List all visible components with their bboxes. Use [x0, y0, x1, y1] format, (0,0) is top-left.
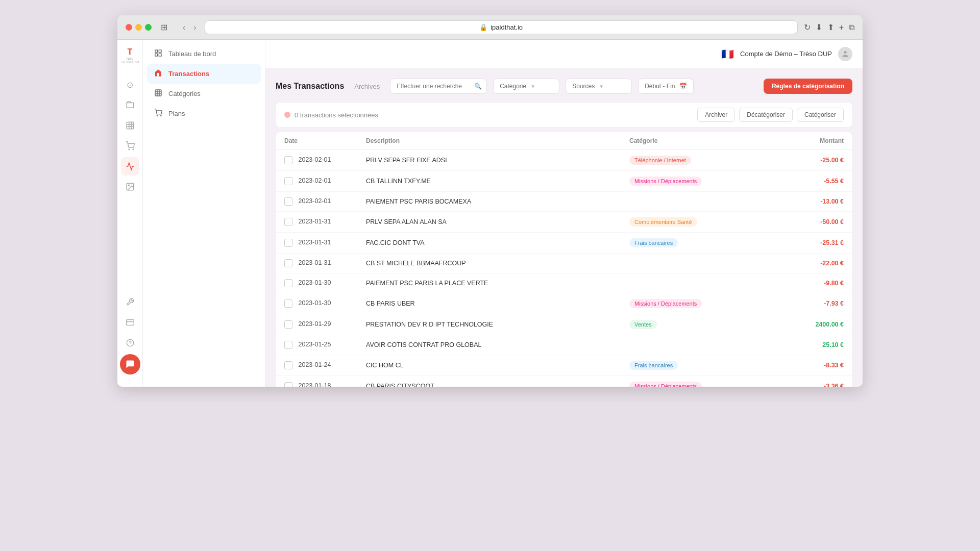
cell-description: CIC HOM CL [366, 362, 629, 369]
cell-description: CB ST MICHELE BBMAAFRCOUP [366, 260, 629, 267]
date-filter[interactable]: Début - Fin 📅 [638, 79, 693, 94]
forward-button[interactable]: › [191, 22, 198, 33]
nav-icon-categories [153, 89, 163, 98]
sidebar-icon-card[interactable] [121, 313, 139, 332]
back-button[interactable]: ‹ [181, 22, 187, 33]
sidebar-toggle-button[interactable]: ⊞ [158, 21, 170, 33]
app-logo: T reso For iPaidThat [120, 46, 140, 65]
row-checkbox[interactable] [284, 259, 292, 267]
search-input[interactable] [390, 79, 487, 94]
cell-date: 2023-02-01 [284, 156, 366, 164]
categorisation-button[interactable]: Règles de catégorisation [764, 79, 852, 94]
nav-icon-plans [153, 109, 163, 118]
cell-date: 2023-01-29 [284, 320, 366, 329]
cell-category: Téléphonie / Internet [629, 156, 772, 165]
table-row[interactable]: 2023-01-30 CB PARIS UBER Missions / Dépl… [276, 293, 852, 314]
cell-description: PAIEMENT PSC PARIS BOCAMEXA [366, 198, 629, 205]
sources-filter-dropdown[interactable]: Sources ▼ [566, 79, 632, 94]
category-tag[interactable]: Frais bancaires [629, 238, 678, 247]
category-tag[interactable]: Ventes [629, 320, 657, 329]
tab-archives[interactable]: Archives [350, 81, 384, 92]
row-checkbox[interactable] [284, 239, 292, 247]
sidebar-icon-chart[interactable] [121, 157, 139, 176]
category-tag[interactable]: Complémentaire Santé [629, 217, 697, 227]
row-checkbox[interactable] [284, 218, 292, 226]
sidebar-icon-wrench[interactable] [121, 293, 139, 311]
sidebar-icon-folder[interactable] [121, 96, 139, 114]
row-checkbox[interactable] [284, 279, 292, 287]
table-row[interactable]: 2023-01-25 AVOIR COTIS CONTRAT PRO GLOBA… [276, 335, 852, 355]
row-checkbox[interactable] [284, 197, 292, 206]
share-button[interactable]: ⬆ [827, 22, 834, 32]
reload-button[interactable]: ↻ [804, 22, 811, 32]
minimize-button[interactable] [135, 24, 142, 31]
sidebar-icon-help[interactable] [121, 334, 139, 352]
table-row[interactable]: 2023-01-31 FAC.CIC DONT TVA Frais bancai… [276, 233, 852, 254]
svg-rect-14 [159, 50, 161, 53]
table-row[interactable]: 2023-01-30 PAIEMENT PSC PARIS LA PLACE V… [276, 273, 852, 293]
row-checkbox[interactable] [284, 361, 292, 369]
close-button[interactable] [126, 24, 132, 31]
table-row[interactable]: 2023-02-01 CB TALLINN TXFY.ME Missions /… [276, 171, 852, 192]
page-toolbar: Mes Transactions Archives 🔍 Catégorie ▼ … [276, 79, 852, 94]
selection-dot [284, 112, 290, 118]
category-tag[interactable]: Missions / Déplacements [629, 299, 702, 308]
download-button[interactable]: ⬇ [816, 22, 822, 32]
date-range-label: Début - Fin [645, 83, 675, 90]
address-bar[interactable]: 🔒 ipaidthat.io [205, 20, 798, 34]
chat-bubble-button[interactable] [120, 354, 140, 374]
col-header-categorie: Catégorie [629, 137, 772, 144]
page-content: Mes Transactions Archives 🔍 Catégorie ▼ … [265, 68, 863, 387]
categoriser-button[interactable]: Catégoriser [797, 108, 844, 122]
svg-point-6 [133, 149, 134, 150]
table-row[interactable]: 2023-01-24 CIC HOM CL Frais bancaires -8… [276, 355, 852, 376]
table-row[interactable]: 2023-02-01 PAIEMENT PSC PARIS BOCAMEXA -… [276, 192, 852, 212]
nav-item-plans[interactable]: Plans [147, 104, 261, 123]
decategoriser-button[interactable]: Décatégoriser [739, 108, 793, 122]
nav-icon-transactions [153, 69, 163, 79]
nav-item-transactions[interactable]: Transactions [147, 64, 261, 84]
cell-amount: 2400.00 € [772, 321, 844, 328]
category-tag[interactable]: Missions / Déplacements [629, 382, 702, 387]
row-checkbox[interactable] [284, 299, 292, 308]
account-avatar[interactable] [838, 47, 852, 61]
new-tab-button[interactable]: + [839, 23, 844, 32]
sidebar-icon-cart[interactable] [121, 137, 139, 155]
sidebar-icon-image[interactable] [121, 178, 139, 196]
sidebar-icon-tag[interactable] [121, 116, 139, 135]
row-checkbox[interactable] [284, 156, 292, 164]
cell-category: Complémentaire Santé [629, 217, 772, 227]
account-name: Compte de Démo – Tréso DUP [740, 50, 832, 58]
table-row[interactable]: 2023-01-31 CB ST MICHELE BBMAAFRCOUP -22… [276, 254, 852, 273]
table-row[interactable]: 2023-01-29 PRESTATION DEV R D IPT TECHNO… [276, 314, 852, 335]
cell-amount: -5.55 € [772, 178, 844, 185]
nav-item-tableau[interactable]: Tableau de bord [147, 44, 261, 64]
cell-category: Missions / Déplacements [629, 382, 772, 387]
archive-button[interactable]: Archiver [697, 108, 735, 122]
table-row[interactable]: 2023-01-31 PRLV SEPA ALAN ALAN SA Complé… [276, 212, 852, 233]
svg-point-22 [157, 115, 157, 116]
svg-rect-16 [155, 54, 158, 56]
traffic-lights[interactable] [126, 24, 152, 31]
cell-date: 2023-01-30 [284, 299, 366, 308]
table-row[interactable]: 2023-02-01 PRLV SEPA SFR FIXE ADSL Télép… [276, 150, 852, 171]
category-tag[interactable]: Téléphonie / Internet [629, 156, 691, 165]
svg-point-24 [844, 51, 846, 54]
cell-category: Missions / Déplacements [629, 177, 772, 186]
category-tag[interactable]: Frais bancaires [629, 361, 678, 370]
windows-button[interactable]: ⧉ [849, 23, 854, 32]
cell-amount: -25.31 € [772, 239, 844, 246]
row-checkbox[interactable] [284, 341, 292, 349]
sidebar-icon-dashboard[interactable]: ⊙ [121, 76, 139, 94]
row-checkbox[interactable] [284, 177, 292, 185]
table-row[interactable]: 2023-01-18 CB PARIS CITYSCOOT Missions /… [276, 376, 852, 387]
row-checkbox[interactable] [284, 320, 292, 329]
category-tag[interactable]: Missions / Déplacements [629, 177, 702, 186]
cell-category: Frais bancaires [629, 361, 772, 370]
svg-rect-17 [155, 90, 161, 96]
col-header-description: Description [366, 137, 629, 144]
category-filter-dropdown[interactable]: Catégorie ▼ [493, 79, 559, 94]
nav-item-categories[interactable]: Catégories [147, 84, 261, 104]
row-checkbox[interactable] [284, 382, 292, 387]
maximize-button[interactable] [145, 24, 152, 31]
